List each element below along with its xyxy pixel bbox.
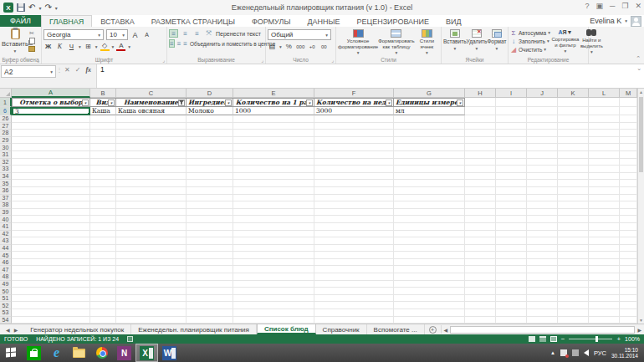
cell-E49[interactable] <box>233 281 314 288</box>
cell-L49[interactable] <box>589 281 620 288</box>
cell-H51[interactable] <box>465 295 496 303</box>
cell-E37[interactable] <box>233 195 314 202</box>
cell-H27[interactable] <box>465 123 496 130</box>
cell-K31[interactable] <box>558 151 589 159</box>
cell-G49[interactable] <box>394 281 465 288</box>
cell-D31[interactable] <box>187 151 233 159</box>
header-cell-B1[interactable]: Вид▾ <box>90 98 116 107</box>
column-header-F[interactable]: F <box>314 89 394 98</box>
cell-K35[interactable] <box>558 180 589 187</box>
cell-A40[interactable] <box>12 216 90 223</box>
tab-file[interactable]: ФАЙЛ <box>0 15 41 27</box>
cell-I47[interactable] <box>496 266 527 273</box>
cell-F32[interactable] <box>314 159 394 166</box>
insert-function-icon[interactable]: fx <box>85 66 91 74</box>
header-cell-F1[interactable]: Количество на недел▾ <box>314 98 394 107</box>
cell-I50[interactable] <box>496 288 527 295</box>
column-header-E[interactable]: E <box>233 89 314 98</box>
cell-G39[interactable] <box>394 209 465 217</box>
ribbon-tab[interactable]: ВИД <box>437 15 470 27</box>
cell-J51[interactable] <box>527 295 558 303</box>
cell-C37[interactable] <box>116 195 187 202</box>
cell-A27[interactable] <box>12 123 90 130</box>
cell-F46[interactable] <box>314 259 394 267</box>
cell-I49[interactable] <box>496 281 527 288</box>
cell-J43[interactable] <box>527 237 558 245</box>
cancel-icon[interactable]: ✕ <box>64 66 70 74</box>
shrink-font-icon[interactable]: А <box>142 30 151 39</box>
row-header-35[interactable]: 35 <box>0 180 12 187</box>
cell-D41[interactable] <box>187 223 233 231</box>
cell-B46[interactable] <box>90 259 116 267</box>
undo-icon[interactable]: ↶ <box>28 3 35 12</box>
cell-A6[interactable]: 3 <box>12 107 90 115</box>
cell-G35[interactable] <box>394 180 465 187</box>
collapse-ribbon-icon[interactable]: ⌃ <box>636 55 641 62</box>
taskbar-chrome[interactable] <box>90 344 113 362</box>
cell-C46[interactable] <box>116 259 187 267</box>
cell-F49[interactable] <box>314 281 394 288</box>
cell-H28[interactable] <box>465 130 496 137</box>
cell-C44[interactable] <box>116 245 187 252</box>
cell-E33[interactable] <box>233 166 314 173</box>
cell-A50[interactable] <box>12 288 90 295</box>
decrease-decimal-icon[interactable]: 00 <box>319 42 329 51</box>
cell-H52[interactable] <box>465 302 496 309</box>
cell-F6[interactable]: 3000 <box>314 107 394 115</box>
align-bottom-icon[interactable]: ≡ <box>192 29 202 38</box>
cell-C35[interactable] <box>116 180 187 187</box>
cell-D53[interactable] <box>187 309 233 317</box>
row-header-48[interactable]: 48 <box>0 273 12 281</box>
cell-B32[interactable] <box>90 159 116 166</box>
cell-F38[interactable] <box>314 201 394 209</box>
cell-I44[interactable] <box>496 245 527 252</box>
cell-I43[interactable] <box>496 237 527 245</box>
cell-M44[interactable] <box>620 245 637 252</box>
page-break-view-icon[interactable] <box>550 336 557 342</box>
cell-A31[interactable] <box>12 151 90 159</box>
cell-G51[interactable] <box>394 295 465 303</box>
cell-D37[interactable] <box>187 195 233 202</box>
cell-M49[interactable] <box>620 281 637 288</box>
cell-G29[interactable] <box>394 137 465 145</box>
font-dialog-launcher-icon[interactable]: ⌟ <box>162 57 165 63</box>
cell-A48[interactable] <box>12 273 90 281</box>
cell-K38[interactable] <box>558 201 589 209</box>
cell-A32[interactable] <box>12 159 90 166</box>
cell-A41[interactable] <box>12 223 90 231</box>
row-header-45[interactable]: 45 <box>0 252 12 259</box>
grow-font-icon[interactable]: А <box>130 30 140 39</box>
cell-G50[interactable] <box>394 288 465 295</box>
cell-B37[interactable] <box>90 195 116 202</box>
cell-J47[interactable] <box>527 266 558 273</box>
cell-D45[interactable] <box>187 252 233 259</box>
cell-E40[interactable] <box>233 216 314 223</box>
cell-A39[interactable] <box>12 209 90 217</box>
cell-I26[interactable] <box>496 115 527 123</box>
cell-D48[interactable] <box>187 273 233 281</box>
horizontal-scrollbar[interactable]: ◀ ▶ <box>441 325 644 334</box>
cell-I37[interactable] <box>496 195 527 202</box>
cell-F26[interactable] <box>314 115 394 123</box>
cell-F41[interactable] <box>314 223 394 231</box>
account-area[interactable]: Evelina K ▾ <box>590 15 644 27</box>
cell-M39[interactable] <box>620 209 637 217</box>
cell-G32[interactable] <box>394 159 465 166</box>
sheet-nav-right-icon[interactable]: ▶ <box>14 327 18 333</box>
zoom-in-icon[interactable]: + <box>616 336 621 343</box>
cell-B51[interactable] <box>90 295 116 303</box>
cell-D35[interactable] <box>187 180 233 187</box>
row-header-40[interactable]: 40 <box>0 216 12 223</box>
column-header-H[interactable]: H <box>465 89 496 98</box>
cell-L33[interactable] <box>589 166 620 173</box>
cell-G44[interactable] <box>394 245 465 252</box>
cell-E53[interactable] <box>233 309 314 317</box>
header-cell-M1[interactable] <box>620 98 637 107</box>
cell-H6[interactable] <box>465 107 496 115</box>
wrap-text-button[interactable]: Перенести текст <box>216 31 261 37</box>
cell-J39[interactable] <box>527 209 558 217</box>
cell-B39[interactable] <box>90 209 116 217</box>
align-right-icon[interactable]: ≡ <box>183 39 187 48</box>
cell-C31[interactable] <box>116 151 187 159</box>
cell-H47[interactable] <box>465 266 496 273</box>
